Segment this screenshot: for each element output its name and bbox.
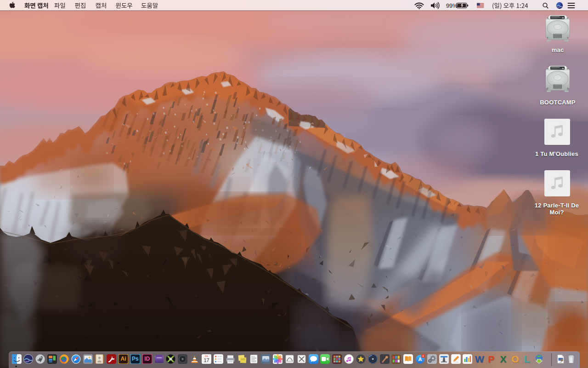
svg-text:99%: 99% xyxy=(446,3,458,9)
svg-text:17: 17 xyxy=(204,357,209,363)
svg-text:JUL: JUL xyxy=(204,355,208,357)
svg-text:A: A xyxy=(418,356,422,362)
svg-text:4: 4 xyxy=(423,355,424,357)
